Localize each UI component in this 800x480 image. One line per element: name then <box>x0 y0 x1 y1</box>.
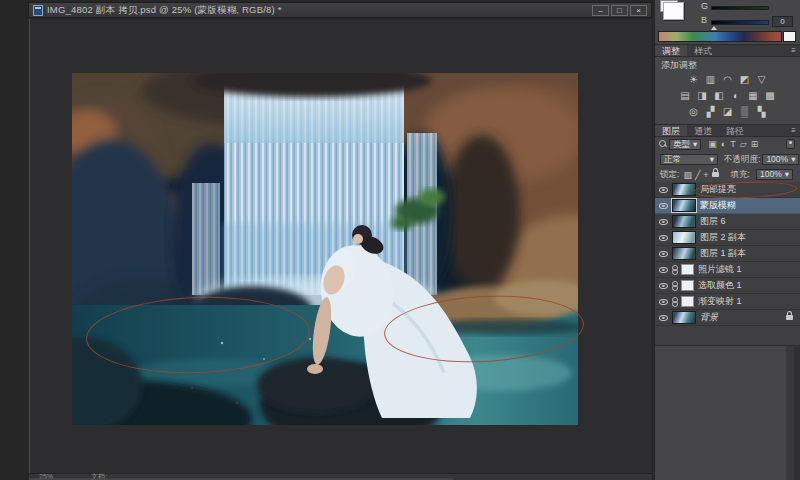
layer-name: 图层 2 副本 <box>700 231 746 244</box>
minimize-button[interactable]: – <box>592 5 609 16</box>
opacity-value: 100% <box>766 155 788 164</box>
background-lock-icon <box>786 315 793 320</box>
visibility-eye-icon[interactable] <box>659 251 668 257</box>
mask-link-icon[interactable] <box>672 265 677 275</box>
opacity-select[interactable]: 100% ▾ <box>762 154 799 165</box>
vibrance-icon[interactable]: ▽ <box>756 73 768 88</box>
foreground-color-swatch[interactable] <box>663 2 684 20</box>
black-white-icon[interactable]: ◧ <box>713 89 725 104</box>
channel-mixer-icon[interactable]: ▦ <box>747 89 759 104</box>
photo-canvas[interactable] <box>72 73 578 425</box>
lock-all-icon[interactable] <box>712 172 719 177</box>
panel-scrollbar-strip[interactable] <box>786 346 794 480</box>
layer-row-layer-6[interactable]: 图层 6 <box>655 214 800 230</box>
visibility-eye-icon[interactable] <box>659 299 668 305</box>
color-balance-icon[interactable]: ◨ <box>696 89 708 104</box>
tab-channels[interactable]: 通道 <box>687 125 719 136</box>
waterfall-photo <box>72 73 578 425</box>
posterize-icon[interactable]: ▞ <box>705 105 717 120</box>
color-spectrum-ramp[interactable] <box>658 31 782 42</box>
visibility-eye-icon[interactable] <box>659 203 668 209</box>
tab-paths[interactable]: 路径 <box>719 125 751 136</box>
panel-menu-icon[interactable]: ≡ <box>791 45 800 56</box>
layer-row-selective-color-1[interactable]: 选取颜色 1 <box>655 278 800 294</box>
layer-row-mask-blur[interactable]: 蒙版模糊 <box>655 198 800 214</box>
filter-toggle-switch[interactable] <box>786 139 795 149</box>
layers-tabbar: 图层 通道 路径 ≡ <box>655 124 800 137</box>
shape-layer-filter-icon[interactable]: ▱ <box>740 138 747 150</box>
layer-row-background[interactable]: 背景 <box>655 310 800 326</box>
photo-filter-icon[interactable]: ◐ <box>730 89 742 104</box>
opacity-label: 不透明度: <box>724 154 760 166</box>
layer-thumbnail[interactable] <box>672 215 696 228</box>
blend-mode-row: 正常 ▾ 不透明度: 100% ▾ <box>655 152 800 167</box>
panel-menu-icon[interactable]: ≡ <box>791 125 800 136</box>
layer-row-layer-1-copy[interactable]: 图层 1 副本 <box>655 246 800 262</box>
document-titlebar[interactable]: IMG_4802 副本 拷贝.psd @ 25% (蒙版模糊, RGB/8) *… <box>28 2 652 18</box>
curves-icon[interactable]: ◠ <box>722 73 734 88</box>
lock-position-icon[interactable]: + <box>703 169 708 181</box>
adjustment-icon-row-1: ☀ ▥ ◠ ◩ ▽ <box>655 73 800 88</box>
add-adjustment-header: 添加调整 <box>661 59 697 72</box>
layer-name: 图层 6 <box>700 215 726 228</box>
layer-filter-row: 类型 ▾ ▣ ◐ T ▱ ⊞ <box>655 137 800 151</box>
blue-channel-value[interactable]: 0 <box>772 16 793 27</box>
chevron-down-icon: ▾ <box>693 140 697 149</box>
maximize-button[interactable]: □ <box>611 5 628 16</box>
hue-saturation-icon[interactable]: ▤ <box>679 89 691 104</box>
brightness-contrast-icon[interactable]: ☀ <box>688 73 700 88</box>
layer-thumbnail[interactable] <box>672 183 696 196</box>
adjustment-layer-filter-icon[interactable]: ◐ <box>721 138 726 150</box>
layer-name: 背景 <box>700 311 718 324</box>
gradient-map-icon[interactable]: ▒ <box>739 105 751 120</box>
color-lookup-icon[interactable]: ▩ <box>764 89 776 104</box>
layer-thumbnail[interactable] <box>672 231 696 244</box>
layer-name: 选取颜色 1 <box>698 279 742 292</box>
adjustment-icon-row-3: ◎ ▞ ◪ ▒ ▚ <box>655 105 800 120</box>
threshold-icon[interactable]: ◪ <box>722 105 734 120</box>
layer-mask-thumbnail[interactable] <box>681 296 694 307</box>
mask-link-icon[interactable] <box>672 281 677 291</box>
smart-object-filter-icon[interactable]: ⊞ <box>751 138 759 150</box>
chevron-down-icon: ▾ <box>710 155 714 164</box>
color-ramp-white-swatch[interactable] <box>783 31 796 42</box>
layer-row-layer-2-copy[interactable]: 图层 2 副本 <box>655 230 800 246</box>
exposure-icon[interactable]: ◩ <box>739 73 751 88</box>
visibility-eye-icon[interactable] <box>659 315 668 321</box>
layer-mask-thumbnail[interactable] <box>681 280 694 291</box>
tab-layers[interactable]: 图层 <box>655 125 687 136</box>
layer-thumbnail[interactable] <box>672 311 696 324</box>
lock-transparent-pixels-icon[interactable]: ▨ <box>683 169 692 181</box>
tab-adjustments[interactable]: 调整 <box>655 45 687 56</box>
layer-row-photo-filter-1[interactable]: 照片滤镜 1 <box>655 262 800 278</box>
visibility-eye-icon[interactable] <box>659 187 668 193</box>
visibility-eye-icon[interactable] <box>659 235 668 241</box>
invert-icon[interactable]: ◎ <box>688 105 700 120</box>
blend-mode-select[interactable]: 正常 ▾ <box>660 154 718 165</box>
fill-select[interactable]: 100% ▾ <box>756 169 793 180</box>
layer-thumbnail[interactable] <box>672 199 696 212</box>
tab-styles[interactable]: 样式 <box>687 45 719 56</box>
layer-row-gradient-map-1[interactable]: 渐变映射 1 <box>655 294 800 310</box>
mask-link-icon[interactable] <box>672 297 677 307</box>
green-channel-slider[interactable] <box>711 6 769 10</box>
adjustments-tabbar: 调整 样式 ≡ <box>655 44 800 57</box>
visibility-eye-icon[interactable] <box>659 219 668 225</box>
visibility-eye-icon[interactable] <box>659 283 668 289</box>
filter-type-select[interactable]: 类型 ▾ <box>669 139 701 150</box>
layer-thumbnail[interactable] <box>672 247 696 260</box>
type-layer-filter-icon[interactable]: T <box>730 138 736 150</box>
blue-slider-thumb[interactable] <box>711 26 717 30</box>
levels-icon[interactable]: ▥ <box>705 73 717 88</box>
visibility-eye-icon[interactable] <box>659 267 668 273</box>
layer-mask-thumbnail[interactable] <box>681 264 694 275</box>
photoshop-app: IMG_4802 副本 拷贝.psd @ 25% (蒙版模糊, RGB/8) *… <box>0 0 800 480</box>
blend-mode-value: 正常 <box>664 155 681 164</box>
lock-image-pixels-icon[interactable]: ╱ <box>695 169 700 181</box>
close-button[interactable]: × <box>630 5 647 16</box>
filter-type-label: 类型 <box>673 140 690 149</box>
layer-name: 照片滤镜 1 <box>698 263 742 276</box>
blue-channel-slider[interactable] <box>711 20 769 25</box>
pixel-layer-filter-icon[interactable]: ▣ <box>708 138 717 150</box>
selective-color-icon[interactable]: ▚ <box>756 105 768 120</box>
